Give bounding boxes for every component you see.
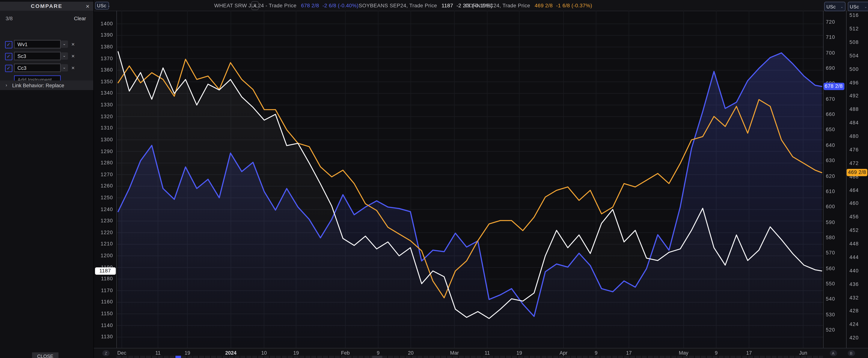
axis-tick-label: 610: [826, 189, 835, 195]
axis-tick-label: 640: [826, 142, 835, 148]
instrument-price: 1187: [441, 3, 453, 8]
compare-sidebar: COMPARE × 3/8 Clear ✓⌄×✓⌄×✓⌄× › Link Beh…: [0, 0, 94, 358]
axis-tick-label: 630: [826, 158, 835, 164]
axis-tick-label: 1150: [101, 311, 113, 317]
wheat-price-axis[interactable]: 7207107006906806706606506406306206106005…: [824, 0, 844, 358]
instrument-row: ✓⌄×: [0, 40, 93, 48]
axis-tick-label: 660: [826, 111, 835, 118]
wheat-axis-divider: [823, 11, 824, 357]
axis-tick-label: 1170: [101, 287, 113, 294]
remove-instrument-icon[interactable]: ×: [71, 52, 75, 60]
axis-tick-label: 504: [849, 53, 859, 59]
time-axis-label: 17: [607, 350, 651, 356]
clear-button[interactable]: Clear: [74, 16, 86, 21]
axis-tick-label: 1390: [101, 32, 113, 38]
axis-tick-label: 428: [849, 308, 859, 314]
axis-tick-label: 1340: [101, 90, 113, 97]
remove-instrument-icon[interactable]: ×: [71, 40, 75, 48]
axis-tick-label: 520: [826, 327, 835, 333]
price-chart-svg[interactable]: [116, 11, 823, 348]
axis-tick-label: 496: [849, 80, 859, 86]
axis-tick-label: 1230: [101, 218, 113, 224]
timeline-scrollbar[interactable]: [116, 356, 823, 358]
corn-last-price-label: 469 2/8: [847, 169, 867, 176]
axis-tick-label: 1210: [101, 241, 113, 247]
axis-tick-label: 448: [849, 241, 859, 247]
axis-tick-label: 500: [849, 66, 859, 73]
axis-tick-label: 720: [826, 19, 835, 25]
axis-tick-label: 560: [826, 266, 835, 272]
axis-tick-label: 1400: [101, 21, 113, 27]
instrument-row: ✓⌄×: [0, 64, 93, 72]
axis-tick-label: 600: [826, 204, 835, 210]
axis-tick-label: 484: [849, 120, 859, 126]
top-bar: USc ⌄ WHEAT SRW JUL24 - Trade Price678 2…: [93, 0, 868, 11]
chevron-down-icon[interactable]: ⌄: [61, 64, 68, 71]
close-panel-button[interactable]: CLOSE: [32, 352, 59, 358]
instrument-symbol-input[interactable]: [14, 52, 61, 60]
time-axis-label: 19: [165, 350, 210, 356]
axis-tick-label: 460: [849, 200, 859, 207]
time-axis-label: Jun: [781, 350, 826, 356]
instrument-price: 469 2/8: [535, 3, 553, 8]
axis-tick-label: 1180: [101, 276, 113, 282]
soybeans-last-price-label: 1187: [95, 267, 116, 275]
timeline-scrollbar-segment[interactable]: [372, 356, 382, 358]
chevron-down-icon[interactable]: ⌄: [61, 40, 68, 48]
axis-tick-label: 1220: [101, 229, 113, 236]
panel-title: COMPARE: [31, 3, 63, 9]
axis-tick-label: 1360: [101, 67, 113, 73]
instrument-label: SOYBEANS SEP24, Trade Price: [359, 3, 437, 8]
axis-tick-label: 1240: [101, 206, 113, 213]
axis-tick-label: 1380: [101, 44, 113, 50]
compare-panel-header: COMPARE ×: [0, 1, 93, 11]
axis-tick-label: 590: [826, 219, 835, 225]
corn-price-axis[interactable]: 5165125085045004964924884844804764724684…: [848, 0, 868, 358]
link-behavior-row[interactable]: › Link Behavior: Replace: [0, 81, 93, 90]
remove-instrument-icon[interactable]: ×: [71, 64, 75, 72]
axis-tick-label: 1350: [101, 79, 113, 85]
left-axis-divider: [116, 11, 117, 357]
axis-tick-label: 436: [849, 281, 859, 287]
axis-tick-label: 700: [826, 50, 835, 56]
timeline-scrollbar-selected-segment[interactable]: [176, 356, 181, 358]
collapse-legend-button[interactable]: ‹: [251, 1, 258, 10]
axis-tick-label: 488: [849, 107, 859, 113]
axis-tick-label: 620: [826, 173, 835, 180]
axis-tick-label: 444: [849, 254, 859, 260]
axis-tick-label: 440: [849, 268, 859, 274]
instrument-checkbox[interactable]: ✓: [5, 65, 12, 72]
axis-tick-label: 650: [826, 127, 835, 133]
axis-tick-label: 1300: [101, 137, 113, 143]
axis-tick-label: 1200: [101, 253, 113, 259]
axis-tick-label: 1260: [101, 183, 113, 189]
axis-tick-label: 432: [849, 295, 859, 301]
instrument-symbol-input[interactable]: [14, 64, 61, 72]
axis-tick-label: 476: [849, 147, 859, 153]
instrument-change: -2 6/8 (-0.40%): [322, 3, 359, 8]
time-axis-label: 20: [388, 350, 433, 356]
wheat-last-price-label: 678 2/8: [824, 83, 844, 90]
legend-instrument[interactable]: CORN DEC24, Trade Price469 2/8-1 6/8 (-0…: [465, 0, 592, 11]
legend-instrument[interactable]: WHEAT SRW JUL24 - Trade Price678 2/8-2 6…: [214, 0, 359, 11]
chevron-down-icon[interactable]: ⌄: [61, 52, 68, 59]
instrument-label: CORN DEC24, Trade Price: [465, 3, 530, 8]
instrument-symbol-input[interactable]: [14, 40, 61, 48]
soybeans-price-axis[interactable]: 1400139013801370136013501340133013201310…: [93, 0, 115, 358]
link-behavior-label: Link Behavior: Replace: [12, 83, 64, 88]
instrument-checkbox[interactable]: ✓: [5, 41, 12, 48]
instrument-checkbox[interactable]: ✓: [5, 53, 12, 60]
axis-tick-label: 464: [849, 187, 859, 193]
time-axis-label: 19: [274, 350, 318, 356]
axis-tick-label: 456: [849, 214, 859, 220]
axis-tick-label: 1270: [101, 171, 113, 178]
axis-tick-label: 424: [849, 322, 859, 328]
instrument-change: -1 6/8 (-0.37%): [556, 3, 592, 8]
axis-tick-label: 1320: [101, 113, 113, 120]
instrument-row: ✓⌄×: [0, 52, 93, 60]
axis-tick-label: 550: [826, 281, 835, 287]
close-icon[interactable]: ×: [86, 1, 89, 11]
axis-tick-label: 1140: [101, 322, 113, 329]
chevron-left-icon: ‹: [254, 3, 256, 8]
axis-tick-label: 1250: [101, 195, 113, 201]
